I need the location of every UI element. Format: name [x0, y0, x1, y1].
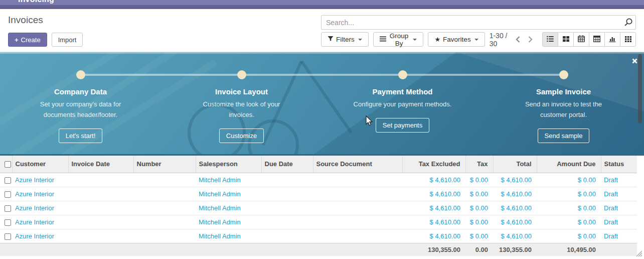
column-header-tax-excluded[interactable]: Tax Excluded [402, 156, 465, 173]
onboarding-step-sample-invoice: Sample Invoice Send an invoice to test t… [483, 52, 644, 154]
salesperson-cell: Mitchell Admin [199, 176, 241, 184]
group-by-button[interactable]: Group By [373, 32, 424, 47]
tax-cell: $ 0.00 [470, 218, 488, 226]
select-all-checkbox[interactable] [5, 161, 11, 168]
step-dot [398, 70, 407, 79]
amount-due-cell: $ 0.00 [578, 232, 596, 240]
activity-view-button[interactable] [620, 32, 636, 47]
filters-button[interactable]: Filters [321, 32, 369, 47]
caret-down-icon [358, 39, 362, 41]
row-checkbox[interactable] [5, 205, 11, 212]
column-header-invoice-date[interactable]: Invoice Date [68, 156, 133, 173]
column-header-tax[interactable]: Tax [465, 156, 493, 173]
number-cell [133, 215, 196, 229]
favorites-button[interactable]: ★ Favorites [428, 32, 485, 47]
caret-down-icon [474, 39, 478, 41]
column-header-status[interactable]: Status [601, 156, 637, 173]
select-all-header [0, 156, 12, 173]
status-badge: Draft [604, 176, 618, 184]
status-badge: Draft [604, 204, 618, 212]
amount-due-cell: $ 0.00 [578, 204, 596, 212]
table-row[interactable]: Azure Interior Mitchell Admin $ 4,610.00… [0, 173, 637, 187]
column-header-customer[interactable]: Customer [12, 156, 68, 173]
table-row[interactable]: Azure Interior Mitchell Admin $ 4,610.00… [0, 215, 637, 229]
step-description: Customize the look of your invoices. [194, 99, 289, 120]
tax-excluded-cell: $ 4,610.00 [430, 176, 460, 184]
invoice-date-cell [68, 229, 133, 243]
source-document-cell [313, 229, 402, 243]
column-header-due-date[interactable]: Due Date [261, 156, 313, 173]
onboarding-banner: Company Data Set your company's data for… [0, 52, 644, 156]
graph-view-button[interactable] [604, 32, 620, 47]
send-sample-button[interactable]: Send sample [538, 128, 590, 143]
customer-cell: Azure Interior [15, 204, 54, 212]
column-header-number[interactable]: Number [133, 156, 196, 173]
step-title: Sample Invoice [483, 87, 644, 96]
total-cell: $ 4,610.00 [501, 190, 532, 198]
top-navbar: Invoicing [0, 0, 644, 9]
search-icon[interactable] [623, 18, 633, 29]
footer-tax-excluded-total: 130,355.00 [402, 243, 465, 256]
import-button[interactable]: Import [52, 33, 83, 47]
table-row[interactable]: Azure Interior Mitchell Admin $ 4,610.00… [0, 201, 637, 215]
total-cell: $ 4,610.00 [501, 232, 532, 240]
total-cell: $ 4,610.00 [501, 176, 532, 184]
tax-cell: $ 0.00 [470, 232, 488, 240]
tax-cell: $ 0.00 [470, 176, 488, 184]
search-input[interactable] [321, 15, 636, 30]
table-row[interactable]: Azure Interior Mitchell Admin $ 4,610.00… [0, 229, 637, 243]
step-dot [559, 70, 568, 79]
step-title: Payment Method [322, 87, 483, 96]
page-title: Invoices [8, 15, 43, 26]
customize-button[interactable]: Customize [219, 128, 264, 143]
control-panel: Invoices + Create Import Filters [0, 9, 644, 52]
pager-range: 1-30 / 30 [490, 32, 508, 48]
filter-icon [328, 36, 334, 43]
vertical-scrollbar-thumb[interactable] [638, 54, 642, 123]
list-view-button[interactable] [542, 32, 558, 47]
table-footer-row: 130,355.00 0.00 130,355.00 10,495.00 [0, 243, 637, 256]
kanban-view-button[interactable] [558, 32, 574, 47]
onboarding-step-invoice-layout: Invoice Layout Customize the look of you… [161, 52, 322, 154]
calendar-view-button[interactable] [573, 32, 589, 47]
app-name[interactable]: Invoicing [18, 0, 54, 4]
lets-start-button[interactable]: Let's start! [59, 128, 103, 143]
customer-cell: Azure Interior [15, 190, 54, 198]
pager-previous-icon[interactable] [515, 36, 521, 43]
row-checkbox[interactable] [5, 191, 11, 198]
row-checkbox[interactable] [5, 219, 11, 226]
navbar-shadow-strip [0, 5, 644, 9]
footer-total: 130,355.00 [493, 243, 537, 256]
table-row[interactable]: Azure Interior Mitchell Admin $ 4,610.00… [0, 187, 637, 201]
pivot-view-button[interactable] [589, 32, 605, 47]
column-header-source-document[interactable]: Source Document [313, 156, 402, 173]
column-header-salesperson[interactable]: Salesperson [196, 156, 261, 173]
number-cell [133, 201, 196, 215]
tax-cell: $ 0.00 [470, 204, 488, 212]
table-header-row: Customer Invoice Date Number Salesperson… [0, 156, 637, 173]
create-button[interactable]: + Create [8, 33, 47, 47]
onboarding-step-payment-method: Payment Method Configure your payment me… [322, 52, 483, 154]
view-switcher [542, 32, 636, 47]
pager-next-icon[interactable] [528, 36, 533, 43]
column-header-amount-due[interactable]: Amount Due [537, 156, 601, 173]
resize-grip-icon[interactable] [635, 250, 642, 259]
tax-excluded-cell: $ 4,610.00 [430, 204, 460, 212]
step-description: Send an invoice to test the customer por… [519, 99, 609, 120]
set-payments-button[interactable]: Set payments [376, 118, 430, 133]
column-header-total[interactable]: Total [493, 156, 537, 173]
footer-tax-total: 0.00 [465, 243, 493, 256]
source-document-cell [313, 215, 402, 229]
tax-cell: $ 0.00 [470, 190, 488, 198]
number-cell [133, 173, 196, 187]
step-title: Invoice Layout [161, 87, 322, 96]
row-checkbox[interactable] [5, 233, 11, 240]
row-checkbox[interactable] [5, 177, 11, 184]
invoice-date-cell [68, 187, 133, 201]
due-date-cell [261, 201, 313, 215]
close-icon[interactable] [632, 57, 637, 66]
step-dot [237, 70, 246, 79]
status-badge: Draft [604, 218, 618, 226]
group-by-button-label: Group By [389, 32, 410, 47]
favorites-button-label: Favorites [443, 36, 471, 43]
